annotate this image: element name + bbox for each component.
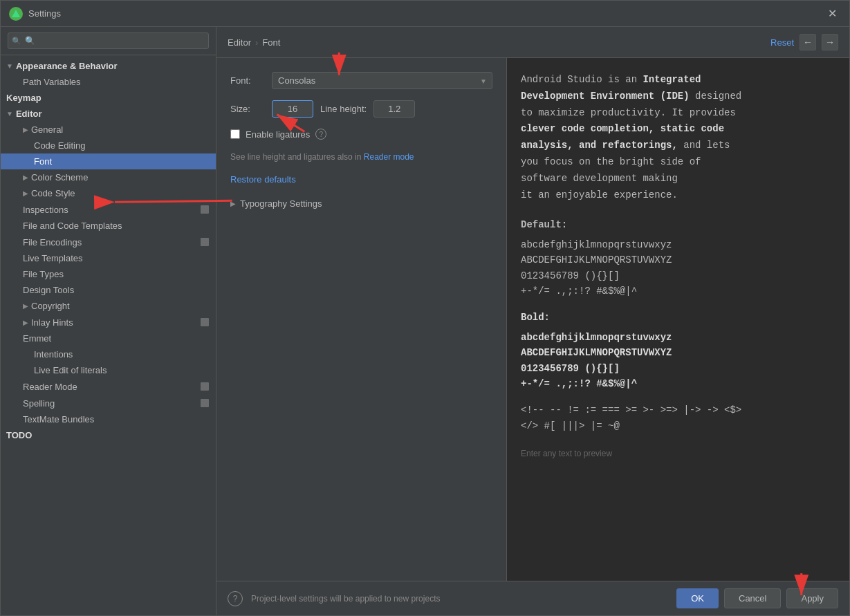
- breadcrumb-separator: ›: [255, 37, 258, 48]
- preview-bold-nums: 0123456789 (){}[]: [521, 361, 835, 376]
- sidebar-item-design-tools[interactable]: Design Tools: [1, 282, 216, 298]
- forward-button[interactable]: →: [822, 34, 838, 50]
- sidebar-item-label: Intentions: [34, 349, 73, 360]
- settings-icon: [199, 381, 210, 392]
- sidebar-tree: ▼ Appearance & Behavior Path Variables K…: [1, 55, 216, 615]
- sidebar-item-live-edit[interactable]: Live Edit of literals: [1, 362, 216, 378]
- preview-default-upper: ABCDEFGHIJKLMNOPQRSTUVWXYZ: [521, 252, 835, 268]
- apply-button[interactable]: Apply: [786, 588, 838, 608]
- restore-defaults-button[interactable]: Restore defaults: [230, 174, 296, 185]
- sidebar-item-general[interactable]: ▶ General: [1, 122, 216, 138]
- expand-arrow: ▶: [23, 126, 28, 133]
- ok-button[interactable]: OK: [676, 588, 719, 608]
- preview-bold-label: Bold:: [521, 310, 835, 325]
- expand-arrow: ▶: [23, 189, 28, 197]
- sidebar-item-label: File and Code Templates: [23, 221, 122, 231]
- size-label: Size:: [230, 104, 265, 114]
- preview-panel: Android Studio is an IntegratedDevelopme…: [507, 58, 849, 581]
- reset-button[interactable]: Reset: [770, 37, 794, 48]
- preview-bold-lower: abcdefghijklmnopqrstuvwxyz: [521, 330, 835, 345]
- enable-ligatures-label[interactable]: Enable ligatures: [246, 129, 310, 140]
- sidebar-item-code-style[interactable]: ▶ Code Style: [1, 185, 216, 201]
- sidebar-item-live-templates[interactable]: Live Templates: [1, 250, 216, 266]
- settings-icon: [199, 204, 210, 215]
- typography-settings[interactable]: ▶ Typography Settings: [230, 196, 492, 212]
- settings-icon: [199, 317, 210, 328]
- preview-default-nums: 0123456789 (){}[]: [521, 268, 835, 283]
- footer-help-icon[interactable]: ?: [228, 591, 243, 606]
- reader-mode-link[interactable]: Reader mode: [364, 152, 414, 162]
- sidebar-item-label: Keymap: [6, 93, 41, 103]
- preview-ligatures-line2: </> #[ |||> |= ~@: [521, 418, 835, 433]
- sidebar-item-label: Live Templates: [23, 253, 82, 263]
- sidebar-item-label: Emmet: [23, 333, 51, 344]
- sidebar-item-color-scheme[interactable]: ▶ Color Scheme: [1, 169, 216, 185]
- preview-default-syms: +-*/= .,;:!? #&$%@|^: [521, 283, 835, 299]
- typography-arrow-icon: ▶: [230, 200, 236, 207]
- sidebar-item-intentions[interactable]: Intentions: [1, 346, 216, 362]
- expand-arrow: ▶: [23, 174, 28, 181]
- breadcrumb-parent: Editor: [228, 37, 251, 48]
- sidebar-item-editor[interactable]: ▼ Editor: [1, 106, 216, 122]
- font-select-wrapper: Consolas Courier New JetBrains Mono Fira…: [272, 72, 492, 89]
- app-icon: [9, 7, 23, 21]
- sidebar-item-copyright[interactable]: ▶ Copyright: [1, 298, 216, 314]
- sidebar-item-label: Path Variables: [23, 77, 81, 87]
- breadcrumb: Editor › Font: [228, 37, 770, 48]
- sidebar-item-label: Inspections: [23, 205, 68, 215]
- sidebar-item-label: Appearance & Behavior: [16, 61, 118, 71]
- settings-icon: [199, 236, 210, 248]
- back-button[interactable]: ←: [800, 34, 816, 50]
- font-label: Font:: [230, 75, 265, 86]
- preview-ligatures-section: <!-- -- != := === >= >- >=> |-> -> <$> <…: [521, 402, 835, 433]
- sidebar-item-appearance[interactable]: ▼ Appearance & Behavior: [1, 58, 216, 74]
- size-input[interactable]: [272, 100, 313, 118]
- expand-arrow: ▼: [6, 62, 13, 70]
- font-select[interactable]: Consolas Courier New JetBrains Mono Fira…: [272, 72, 492, 89]
- line-height-label: Line height:: [320, 104, 367, 114]
- sidebar-item-todo[interactable]: TODO: [1, 427, 216, 443]
- sidebar-item-file-code-templates[interactable]: File and Code Templates: [1, 218, 216, 234]
- sidebar-item-label: Font: [34, 156, 52, 167]
- sidebar-item-textmate[interactable]: TextMate Bundles: [1, 411, 216, 427]
- search-input[interactable]: [8, 32, 209, 49]
- preview-default-lower: abcdefghijklmnopqrstuvwxyz: [521, 237, 835, 252]
- sidebar-item-inspections[interactable]: Inspections: [1, 201, 216, 218]
- close-button[interactable]: ✕: [824, 6, 841, 21]
- preview-bold-section: Bold: abcdefghijklmnopqrstuvwxyz ABCDEFG…: [521, 310, 835, 391]
- cancel-button[interactable]: Cancel: [724, 588, 781, 608]
- sidebar-item-label: Color Scheme: [31, 172, 88, 183]
- sidebar-item-inlay-hints[interactable]: ▶ Inlay Hints: [1, 314, 216, 330]
- sidebar-item-label: General: [31, 124, 63, 135]
- typography-label: Typography Settings: [240, 198, 322, 209]
- settings-form: Font: Consolas Courier New JetBrains Mon…: [216, 58, 507, 581]
- sidebar-item-keymap[interactable]: Keymap: [1, 90, 216, 106]
- sidebar-item-label: Design Tools: [23, 285, 74, 295]
- svg-marker-0: [12, 10, 20, 17]
- breadcrumb-current: Font: [262, 37, 280, 48]
- sidebar-item-label: Editor: [16, 109, 42, 119]
- settings-icon: [199, 398, 210, 409]
- expand-arrow: ▶: [23, 319, 28, 326]
- expand-arrow: ▶: [23, 302, 28, 310]
- preview-enter-hint: Enter any text to preview: [521, 447, 835, 460]
- sidebar-item-label: File Encodings: [23, 237, 82, 248]
- preview-default-section: Default: abcdefghijklmnopqrstuvwxyz ABCD…: [521, 217, 835, 299]
- sidebar-item-reader-mode[interactable]: Reader Mode: [1, 378, 216, 395]
- line-height-input[interactable]: [373, 100, 415, 118]
- sidebar-item-file-types[interactable]: File Types: [1, 266, 216, 282]
- sidebar-item-label: Inlay Hints: [31, 317, 73, 328]
- sidebar-item-code-editing[interactable]: Code Editing: [1, 138, 216, 153]
- sidebar-item-emmet[interactable]: Emmet: [1, 330, 216, 346]
- enable-ligatures-checkbox[interactable]: [230, 129, 240, 139]
- hint-text: See line height and ligatures also in Re…: [230, 151, 492, 163]
- expand-arrow: ▼: [6, 110, 13, 118]
- footer-note: Project-level settings will be applied t…: [251, 594, 676, 604]
- sidebar-item-path-variables[interactable]: Path Variables: [1, 74, 216, 90]
- help-icon[interactable]: ?: [315, 129, 326, 140]
- sidebar-item-spelling[interactable]: Spelling: [1, 395, 216, 411]
- sidebar-item-label: Code Style: [31, 188, 75, 198]
- sidebar-item-file-encodings[interactable]: File Encodings: [1, 234, 216, 250]
- preview-default-label: Default:: [521, 217, 835, 232]
- sidebar-item-font[interactable]: Font: [1, 153, 216, 169]
